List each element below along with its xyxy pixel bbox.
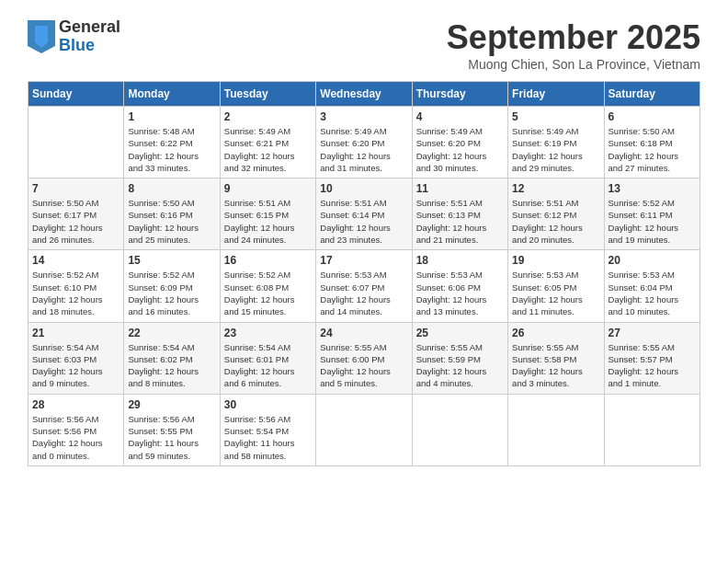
logo-blue: Blue <box>59 37 120 55</box>
day-info: Sunrise: 5:51 AM Sunset: 6:12 PM Dayligh… <box>512 197 599 246</box>
calendar-cell <box>28 107 124 178</box>
weekday-header: Thursday <box>412 82 507 107</box>
calendar-cell: 13Sunrise: 5:52 AM Sunset: 6:11 PM Dayli… <box>604 178 700 250</box>
day-info: Sunrise: 5:51 AM Sunset: 6:13 PM Dayligh… <box>416 197 504 246</box>
calendar-cell: 23Sunrise: 5:54 AM Sunset: 6:01 PM Dayli… <box>220 322 315 394</box>
day-info: Sunrise: 5:52 AM Sunset: 6:09 PM Dayligh… <box>128 269 215 317</box>
calendar-cell: 20Sunrise: 5:53 AM Sunset: 6:04 PM Dayli… <box>604 250 700 322</box>
calendar-week-row: 14Sunrise: 5:52 AM Sunset: 6:10 PM Dayli… <box>28 250 700 322</box>
calendar-cell: 8Sunrise: 5:50 AM Sunset: 6:16 PM Daylig… <box>124 178 220 250</box>
calendar-cell: 30Sunrise: 5:56 AM Sunset: 5:54 PM Dayli… <box>220 394 315 465</box>
day-info: Sunrise: 5:55 AM Sunset: 5:58 PM Dayligh… <box>512 341 599 390</box>
calendar-week-row: 7Sunrise: 5:50 AM Sunset: 6:17 PM Daylig… <box>28 178 700 250</box>
logo-general: General <box>59 18 120 37</box>
day-info: Sunrise: 5:54 AM Sunset: 6:03 PM Dayligh… <box>32 341 119 390</box>
calendar-cell: 29Sunrise: 5:56 AM Sunset: 5:55 PM Dayli… <box>124 394 220 465</box>
day-number: 1 <box>128 110 215 123</box>
day-number: 4 <box>416 110 504 123</box>
calendar-cell: 11Sunrise: 5:51 AM Sunset: 6:13 PM Dayli… <box>412 178 507 250</box>
day-info: Sunrise: 5:52 AM Sunset: 6:10 PM Dayligh… <box>32 269 119 317</box>
calendar-cell <box>604 394 700 465</box>
day-info: Sunrise: 5:55 AM Sunset: 5:59 PM Dayligh… <box>416 341 504 390</box>
day-info: Sunrise: 5:53 AM Sunset: 6:07 PM Dayligh… <box>320 269 407 317</box>
day-info: Sunrise: 5:51 AM Sunset: 6:14 PM Dayligh… <box>320 197 407 246</box>
calendar-cell <box>508 394 604 465</box>
calendar-week-row: 28Sunrise: 5:56 AM Sunset: 5:56 PM Dayli… <box>28 394 700 465</box>
day-number: 28 <box>32 398 119 411</box>
day-info: Sunrise: 5:51 AM Sunset: 6:15 PM Dayligh… <box>224 197 312 246</box>
day-info: Sunrise: 5:49 AM Sunset: 6:19 PM Dayligh… <box>512 125 599 174</box>
calendar-cell: 21Sunrise: 5:54 AM Sunset: 6:03 PM Dayli… <box>28 322 124 394</box>
calendar-week-row: 1Sunrise: 5:48 AM Sunset: 6:22 PM Daylig… <box>28 107 700 178</box>
day-info: Sunrise: 5:52 AM Sunset: 6:08 PM Dayligh… <box>224 269 312 317</box>
calendar-cell: 24Sunrise: 5:55 AM Sunset: 6:00 PM Dayli… <box>316 322 412 394</box>
weekday-header: Saturday <box>604 82 700 107</box>
calendar-cell: 26Sunrise: 5:55 AM Sunset: 5:58 PM Dayli… <box>508 322 604 394</box>
day-info: Sunrise: 5:50 AM Sunset: 6:18 PM Dayligh… <box>609 125 696 174</box>
logo: General Blue <box>28 18 120 55</box>
calendar-title: September 2025 <box>447 18 700 57</box>
day-number: 17 <box>320 254 407 267</box>
weekday-header: Wednesday <box>316 82 412 107</box>
calendar-cell: 2Sunrise: 5:49 AM Sunset: 6:21 PM Daylig… <box>220 107 315 178</box>
weekday-header: Friday <box>508 82 604 107</box>
day-number: 8 <box>128 182 215 195</box>
day-number: 27 <box>609 327 696 339</box>
calendar-cell: 18Sunrise: 5:53 AM Sunset: 6:06 PM Dayli… <box>412 250 507 322</box>
day-info: Sunrise: 5:50 AM Sunset: 6:17 PM Dayligh… <box>32 197 119 246</box>
calendar-cell: 14Sunrise: 5:52 AM Sunset: 6:10 PM Dayli… <box>28 250 124 322</box>
title-block: September 2025 Muong Chien, Son La Provi… <box>447 18 700 72</box>
day-number: 24 <box>320 327 407 339</box>
day-number: 3 <box>320 110 407 123</box>
day-info: Sunrise: 5:54 AM Sunset: 6:01 PM Dayligh… <box>224 341 312 390</box>
weekday-header: Sunday <box>28 82 124 107</box>
calendar-cell: 3Sunrise: 5:49 AM Sunset: 6:20 PM Daylig… <box>316 107 412 178</box>
calendar-cell: 9Sunrise: 5:51 AM Sunset: 6:15 PM Daylig… <box>220 178 315 250</box>
day-number: 11 <box>416 182 504 195</box>
calendar-cell: 15Sunrise: 5:52 AM Sunset: 6:09 PM Dayli… <box>124 250 220 322</box>
day-number: 7 <box>32 182 119 195</box>
day-info: Sunrise: 5:53 AM Sunset: 6:04 PM Dayligh… <box>609 269 696 317</box>
calendar-cell: 7Sunrise: 5:50 AM Sunset: 6:17 PM Daylig… <box>28 178 124 250</box>
calendar-cell: 28Sunrise: 5:56 AM Sunset: 5:56 PM Dayli… <box>28 394 124 465</box>
day-number: 9 <box>224 182 312 195</box>
day-info: Sunrise: 5:49 AM Sunset: 6:21 PM Dayligh… <box>224 125 312 174</box>
day-number: 29 <box>128 398 215 411</box>
logo-icon <box>28 20 55 53</box>
day-number: 30 <box>224 398 312 411</box>
day-number: 20 <box>609 254 696 267</box>
day-number: 10 <box>320 182 407 195</box>
day-number: 22 <box>128 327 215 339</box>
calendar-cell: 12Sunrise: 5:51 AM Sunset: 6:12 PM Dayli… <box>508 178 604 250</box>
calendar-cell: 19Sunrise: 5:53 AM Sunset: 6:05 PM Dayli… <box>508 250 604 322</box>
day-info: Sunrise: 5:55 AM Sunset: 5:57 PM Dayligh… <box>609 341 696 390</box>
calendar-cell: 10Sunrise: 5:51 AM Sunset: 6:14 PM Dayli… <box>316 178 412 250</box>
day-number: 5 <box>512 110 599 123</box>
weekday-header: Monday <box>124 82 220 107</box>
weekday-header: Tuesday <box>220 82 315 107</box>
day-number: 19 <box>512 254 599 267</box>
day-info: Sunrise: 5:55 AM Sunset: 6:00 PM Dayligh… <box>320 341 407 390</box>
calendar-body: 1Sunrise: 5:48 AM Sunset: 6:22 PM Daylig… <box>28 107 700 466</box>
calendar-header: SundayMondayTuesdayWednesdayThursdayFrid… <box>28 82 700 107</box>
day-info: Sunrise: 5:52 AM Sunset: 6:11 PM Dayligh… <box>609 197 696 246</box>
day-number: 21 <box>32 327 119 339</box>
day-info: Sunrise: 5:53 AM Sunset: 6:06 PM Dayligh… <box>416 269 504 317</box>
day-number: 15 <box>128 254 215 267</box>
day-number: 2 <box>224 110 312 123</box>
calendar-cell: 27Sunrise: 5:55 AM Sunset: 5:57 PM Dayli… <box>604 322 700 394</box>
calendar-cell: 5Sunrise: 5:49 AM Sunset: 6:19 PM Daylig… <box>508 107 604 178</box>
calendar-cell: 6Sunrise: 5:50 AM Sunset: 6:18 PM Daylig… <box>604 107 700 178</box>
day-info: Sunrise: 5:54 AM Sunset: 6:02 PM Dayligh… <box>128 341 215 390</box>
day-info: Sunrise: 5:56 AM Sunset: 5:54 PM Dayligh… <box>224 413 312 462</box>
calendar-cell: 1Sunrise: 5:48 AM Sunset: 6:22 PM Daylig… <box>124 107 220 178</box>
day-number: 13 <box>609 182 696 195</box>
day-info: Sunrise: 5:49 AM Sunset: 6:20 PM Dayligh… <box>320 125 407 174</box>
day-number: 25 <box>416 327 504 339</box>
calendar-week-row: 21Sunrise: 5:54 AM Sunset: 6:03 PM Dayli… <box>28 322 700 394</box>
calendar-cell: 17Sunrise: 5:53 AM Sunset: 6:07 PM Dayli… <box>316 250 412 322</box>
day-number: 6 <box>609 110 696 123</box>
day-number: 16 <box>224 254 312 267</box>
calendar-cell <box>412 394 507 465</box>
day-info: Sunrise: 5:50 AM Sunset: 6:16 PM Dayligh… <box>128 197 215 246</box>
